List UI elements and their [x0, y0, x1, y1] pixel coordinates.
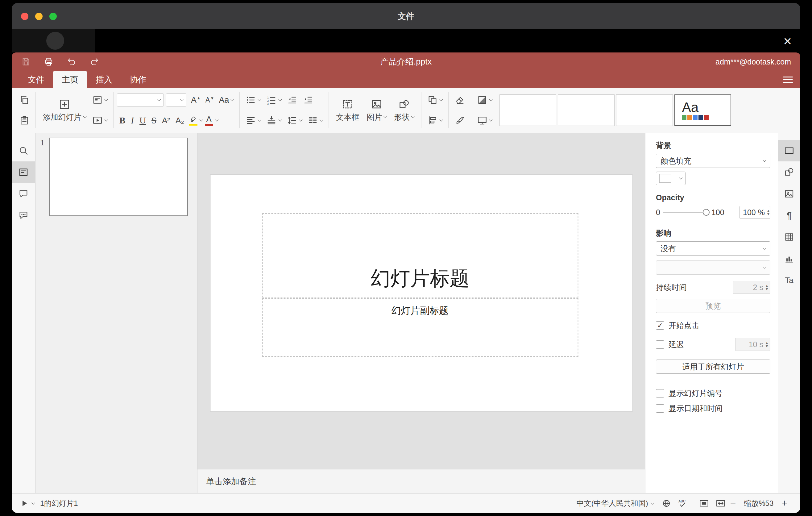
line-spacing-button[interactable]: [285, 112, 304, 129]
save-icon[interactable]: [21, 57, 31, 67]
spinner-arrows-icon[interactable]: ▴▾: [767, 209, 770, 216]
subtitle-placeholder[interactable]: 幻灯片副标题: [262, 298, 578, 357]
notes-area[interactable]: 单击添加备注: [198, 469, 645, 493]
close-window-button[interactable]: [21, 13, 28, 20]
spellcheck-icon: ABC: [678, 498, 688, 508]
clear-style-button[interactable]: [452, 92, 467, 108]
shape-settings-tab[interactable]: [778, 162, 800, 183]
copy-button[interactable]: [17, 92, 32, 108]
paste-button[interactable]: [17, 112, 32, 129]
highlight-color-button[interactable]: [187, 112, 199, 129]
increase-font-button[interactable]: A▴: [188, 92, 202, 108]
insert-image-button[interactable]: 图片: [363, 90, 390, 130]
transition-type-select[interactable]: [656, 260, 770, 275]
align-shape-button[interactable]: [425, 112, 445, 129]
font-name-select[interactable]: [117, 93, 164, 107]
zoom-out-button[interactable]: −: [726, 497, 741, 509]
tab-collaboration[interactable]: 协作: [121, 71, 155, 88]
fit-to-slide-button[interactable]: [699, 498, 709, 509]
font-color-bar: [205, 124, 213, 126]
theme-option-3[interactable]: [616, 94, 673, 126]
show-date-time-checkbox[interactable]: [656, 404, 664, 412]
slide-thumbnails-panel: 1: [35, 133, 198, 493]
opacity-input[interactable]: 100 %▴▾: [740, 206, 770, 219]
slide-thumbnail[interactable]: [49, 138, 188, 216]
title-placeholder[interactable]: 幻灯片标题: [262, 213, 578, 297]
start-slideshow-status-button[interactable]: [20, 499, 34, 508]
decrease-indent-button[interactable]: [285, 92, 300, 108]
spellcheck-button[interactable]: ABC: [678, 498, 688, 508]
fit-to-width-button[interactable]: [716, 498, 726, 509]
tab-file[interactable]: 文件: [19, 71, 53, 88]
superscript-button[interactable]: A²: [160, 112, 172, 129]
tab-home[interactable]: 主页: [53, 71, 87, 88]
opacity-slider[interactable]: [663, 212, 708, 213]
decrease-font-button[interactable]: A▾: [203, 92, 216, 108]
show-slide-number-checkbox[interactable]: [656, 389, 664, 398]
color-scheme-button[interactable]: [474, 92, 495, 108]
fill-type-select[interactable]: 颜色填充: [656, 154, 770, 168]
slide-size-button[interactable]: [474, 112, 495, 129]
comments-button[interactable]: [12, 183, 35, 205]
italic-button[interactable]: I: [128, 112, 136, 129]
paragraph-settings-tab[interactable]: ¶: [778, 205, 800, 226]
vertical-align-button[interactable]: [264, 112, 284, 129]
increase-indent-button[interactable]: [300, 92, 316, 108]
slide-layout-button[interactable]: [90, 92, 110, 108]
start-on-click-checkbox[interactable]: ✓: [656, 321, 664, 329]
columns-button[interactable]: [305, 112, 325, 129]
horizontal-align-button[interactable]: [243, 112, 263, 129]
undo-icon[interactable]: [67, 57, 77, 67]
arrange-shape-button[interactable]: [425, 92, 445, 108]
insert-shape-button[interactable]: 形状: [390, 90, 418, 130]
add-slide-button[interactable]: 添加幻灯片: [39, 90, 90, 130]
delay-input[interactable]: 10 s▴▾: [735, 338, 770, 351]
slides-panel-button[interactable]: [12, 162, 35, 183]
insert-textbox-button[interactable]: 文本框: [332, 90, 363, 130]
theme-option-1[interactable]: [499, 94, 556, 126]
hamburger-menu-icon[interactable]: [783, 77, 793, 83]
redo-icon[interactable]: [89, 57, 99, 67]
opacity-slider-knob[interactable]: [703, 209, 709, 216]
theme-gallery-expand-button[interactable]: [786, 103, 795, 117]
slide-canvas[interactable]: 幻灯片标题 幻灯片副标题: [210, 175, 632, 411]
strikethrough-button[interactable]: S: [149, 112, 159, 129]
search-button[interactable]: [12, 140, 35, 162]
subscript-button[interactable]: A₂: [173, 112, 186, 129]
font-color-button[interactable]: A: [203, 112, 215, 129]
bullets-button[interactable]: [243, 92, 263, 108]
duration-input[interactable]: 2 s▴▾: [733, 281, 770, 294]
spinner-arrows-icon[interactable]: ▴▾: [766, 284, 768, 291]
chart-settings-tab[interactable]: [778, 248, 800, 269]
slide-settings-tab[interactable]: [778, 140, 800, 162]
tab-insert[interactable]: 插入: [87, 71, 121, 88]
table-settings-tab[interactable]: [778, 226, 800, 248]
image-settings-tab[interactable]: [778, 183, 800, 205]
apply-to-all-slides-button[interactable]: 适用于所有幻灯片: [656, 360, 770, 374]
copy-style-button[interactable]: [452, 112, 467, 129]
bold-button[interactable]: B: [117, 112, 128, 129]
transition-select[interactable]: 没有: [656, 241, 770, 256]
document-language-button[interactable]: [662, 499, 671, 508]
print-icon[interactable]: [44, 57, 54, 67]
zoom-in-button[interactable]: +: [777, 497, 792, 509]
start-slideshow-button[interactable]: [90, 112, 110, 129]
fill-color-select[interactable]: [656, 172, 686, 185]
theme-option-selected[interactable]: Aa: [674, 94, 731, 126]
preview-button[interactable]: 预览: [656, 299, 770, 313]
close-icon[interactable]: ×: [783, 34, 792, 48]
spinner-arrows-icon[interactable]: ▴▾: [766, 341, 768, 348]
numbering-button[interactable]: 123: [264, 92, 284, 108]
font-size-select[interactable]: [166, 93, 186, 107]
zoom-window-button[interactable]: [49, 13, 57, 20]
underline-button[interactable]: U: [137, 112, 148, 129]
minimize-window-button[interactable]: [35, 13, 42, 20]
theme-option-2[interactable]: [558, 94, 614, 126]
vertical-align-icon: [266, 115, 277, 125]
language-button[interactable]: 中文(中华人民共和国): [577, 498, 654, 508]
feedback-button[interactable]: [12, 205, 35, 226]
textart-settings-tab[interactable]: Ta: [778, 269, 800, 291]
eraser-icon: [455, 95, 465, 105]
delay-checkbox[interactable]: [656, 340, 664, 349]
change-case-button[interactable]: Aa: [216, 92, 236, 108]
